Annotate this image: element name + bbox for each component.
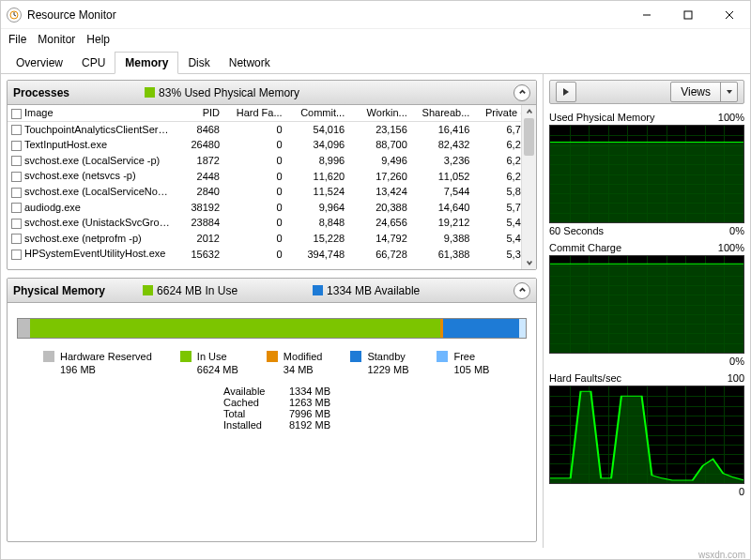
table-row[interactable]: audiodg.exe3819209,96420,38814,6405,748: [8, 200, 536, 216]
memory-bar-container: Hardware Reserved196 MBIn Use6624 MBModi…: [8, 303, 536, 440]
graph-block: Commit Charge100%0%: [549, 242, 744, 367]
table-row[interactable]: svchost.exe (LocalServiceNoNet...2840011…: [8, 184, 536, 200]
processes-table-container: ImagePIDHard Fa...Commit...Workin...Shar…: [8, 105, 536, 269]
graph-title: Commit Charge: [549, 242, 621, 253]
legend-item: Standby1229 MB: [350, 350, 408, 376]
table-cell: 0: [223, 168, 286, 184]
legend-item: Hardware Reserved196 MB: [43, 350, 152, 376]
svg-rect-1: [684, 11, 692, 19]
table-row[interactable]: svchost.exe (UnistackSvcGroup)2388408,84…: [8, 215, 536, 231]
table-cell: svchost.exe (netsvcs -p): [8, 168, 176, 184]
table-cell: 0: [223, 153, 286, 169]
column-header[interactable]: Shareab...: [411, 105, 474, 121]
table-cell: 61,388: [411, 246, 474, 262]
close-button[interactable]: [709, 1, 750, 29]
table-row[interactable]: TextInputHost.exe26480034,09688,70082,43…: [8, 137, 536, 153]
checkbox[interactable]: [11, 250, 22, 260]
scroll-down-icon[interactable]: [522, 256, 536, 269]
checkbox[interactable]: [11, 125, 22, 135]
column-header[interactable]: Hard Fa...: [223, 105, 286, 121]
table-cell: 0: [223, 215, 286, 231]
menu-help[interactable]: Help: [86, 33, 110, 46]
graph-plot: [550, 256, 743, 353]
table-cell: 1872: [176, 153, 223, 169]
physical-memory-panel: Physical Memory 6624 MB In Use 1334 MB A…: [7, 278, 537, 542]
checkbox[interactable]: [11, 203, 22, 213]
table-row[interactable]: TouchpointAnalyticsClientServic...846805…: [8, 121, 536, 137]
scroll-thumb[interactable]: [524, 118, 534, 156]
menu-file[interactable]: File: [8, 33, 26, 46]
table-cell: 66,728: [348, 246, 411, 262]
checkbox[interactable]: [11, 141, 22, 151]
table-cell: 23,156: [348, 121, 411, 137]
legend-item: Free105 MB: [437, 350, 489, 376]
views-button[interactable]: Views: [670, 82, 738, 102]
legend-text: Standby1229 MB: [367, 350, 408, 376]
tab-memory[interactable]: Memory: [115, 52, 178, 74]
processes-scrollbar[interactable]: [521, 105, 536, 269]
legend-swatch-icon: [267, 351, 278, 362]
graph-plot: [550, 126, 743, 222]
table-cell: 0: [223, 184, 286, 200]
minimize-button[interactable]: [626, 1, 667, 29]
checkbox-all[interactable]: [11, 109, 22, 119]
legend-text: Free105 MB: [453, 350, 489, 376]
graph-block: Hard Faults/sec1000: [549, 372, 744, 497]
column-header[interactable]: Commit...: [286, 105, 349, 121]
right-pane: Views Used Physical Memory100%60 Seconds…: [544, 74, 750, 548]
table-row[interactable]: HPSystemEventUtilityHost.exe156320394,74…: [8, 246, 536, 262]
table-cell: 14,792: [348, 231, 411, 247]
table-cell: 394,748: [286, 246, 349, 262]
memory-legend: Hardware Reserved196 MBIn Use6624 MBModi…: [43, 350, 527, 376]
table-cell: TouchpointAnalyticsClientServic...: [8, 121, 176, 137]
graph-footer-right: 0%: [729, 225, 744, 236]
play-button[interactable]: [556, 82, 576, 102]
column-header[interactable]: Workin...: [348, 105, 411, 121]
watermark: wsxdn.com: [698, 550, 745, 560]
legend-swatch-icon: [350, 351, 361, 362]
table-row[interactable]: svchost.exe (netsvcs -p)2448011,62017,26…: [8, 168, 536, 184]
table-cell: 7,544: [411, 184, 474, 200]
tab-overview[interactable]: Overview: [7, 53, 72, 73]
tab-cpu[interactable]: CPU: [72, 53, 115, 73]
physical-memory-title: Physical Memory: [13, 284, 105, 297]
processes-collapse-button[interactable]: [513, 84, 530, 101]
window-title: Resource Monitor: [27, 8, 116, 22]
stat-label: Total: [223, 408, 289, 419]
legend-text: Modified34 MB: [284, 350, 323, 376]
tab-disk[interactable]: Disk: [178, 53, 219, 73]
graph-max: 100%: [718, 112, 744, 123]
column-header[interactable]: Image: [8, 105, 176, 121]
stat-value: 1334 MB: [289, 386, 330, 397]
column-header[interactable]: PID: [176, 105, 223, 121]
stat-value: 1263 MB: [289, 397, 330, 408]
graph-max: 100: [728, 372, 744, 384]
checkbox[interactable]: [11, 219, 22, 229]
stat-row: Installed8192 MB: [223, 419, 527, 431]
table-cell: 34,096: [286, 137, 349, 153]
tab-network[interactable]: Network: [220, 53, 280, 73]
maximize-button[interactable]: [667, 1, 709, 29]
graph-max: 100%: [718, 242, 744, 253]
physmem-collapse-button[interactable]: [513, 282, 530, 299]
menu-monitor[interactable]: Monitor: [38, 33, 75, 46]
checkbox[interactable]: [11, 156, 22, 166]
inuse-swatch-icon: [143, 285, 153, 295]
table-cell: HPSystemEventUtilityHost.exe: [8, 246, 176, 262]
memory-bar: [17, 318, 527, 339]
table-cell: 17,260: [348, 168, 411, 184]
usage-label: 83% Used Physical Memory: [159, 86, 299, 99]
graph: [549, 125, 744, 223]
legend-swatch-icon: [43, 351, 54, 362]
stat-row: Available1334 MB: [223, 386, 527, 397]
checkbox[interactable]: [11, 188, 22, 198]
checkbox[interactable]: [11, 234, 22, 244]
views-dropdown-icon[interactable]: [720, 83, 737, 101]
checkbox[interactable]: [11, 172, 22, 182]
table-row[interactable]: svchost.exe (netprofm -p)2012015,22814,7…: [8, 231, 536, 247]
scroll-up-icon[interactable]: [522, 105, 536, 118]
table-row[interactable]: svchost.exe (LocalService -p)187208,9969…: [8, 153, 536, 169]
physical-memory-header[interactable]: Physical Memory 6624 MB In Use 1334 MB A…: [8, 279, 536, 303]
processes-header[interactable]: Processes 83% Used Physical Memory: [8, 81, 536, 105]
membar-segment-hardware: [18, 319, 30, 338]
